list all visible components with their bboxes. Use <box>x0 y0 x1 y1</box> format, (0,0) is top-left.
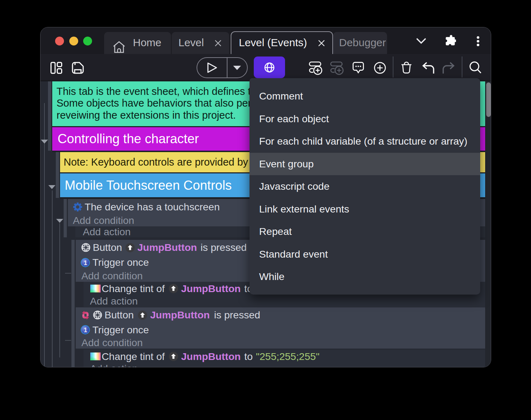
svg-text:1: 1 <box>84 259 87 266</box>
svg-text:1: 1 <box>84 327 87 334</box>
